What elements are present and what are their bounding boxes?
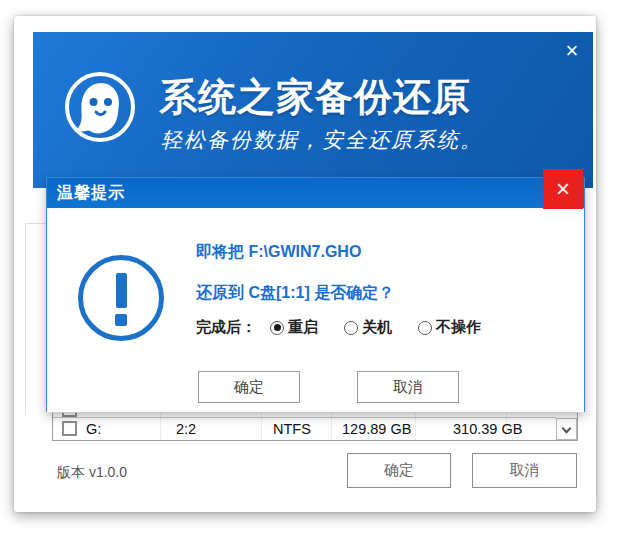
after-finish-label: 完成后： bbox=[196, 318, 256, 337]
scrollbar-down-button[interactable] bbox=[556, 418, 577, 440]
dialog-body: 即将把 F:\GWIN7.GHO 还原到 C盘[1:1] 是否确定？ 完成后： … bbox=[47, 208, 584, 412]
window-close-icon[interactable]: × bbox=[559, 38, 585, 64]
row-checkbox[interactable] bbox=[62, 421, 77, 436]
radio-option-none[interactable]: 不操作 bbox=[418, 318, 481, 337]
main-ok-button[interactable]: 确定 bbox=[347, 453, 451, 488]
confirm-dialog: 温馨提示 × 即将把 F:\GWIN7.GHO 还原到 C盘[1:1] 是否确定… bbox=[46, 177, 585, 412]
app-header: 系统之家备份还原 轻松备份数据，安全还原系统。 × bbox=[33, 32, 593, 188]
dialog-cancel-button[interactable]: 取消 bbox=[357, 371, 459, 403]
app-title: 系统之家备份还原 bbox=[159, 72, 471, 123]
dialog-title: 温馨提示 bbox=[47, 178, 584, 208]
radio-option-shutdown[interactable]: 关机 bbox=[344, 318, 392, 337]
app-window: 系统之家备份还原 轻松备份数据，安全还原系统。 × G: 2:2 NTFS 12… bbox=[14, 16, 596, 512]
main-cancel-button[interactable]: 取消 bbox=[472, 453, 577, 488]
table-row[interactable]: G: 2:2 NTFS 129.89 GB 310.39 GB bbox=[53, 418, 556, 441]
exclamation-icon bbox=[78, 255, 164, 341]
ghost-logo-icon bbox=[63, 70, 137, 144]
cell-location: 2:2 bbox=[176, 418, 196, 441]
radio-label: 重启 bbox=[288, 318, 318, 337]
version-label: 版本 v1.0.0 bbox=[57, 464, 127, 482]
radio-option-restart[interactable]: 重启 bbox=[270, 318, 318, 337]
underlying-panel-border-horizontal bbox=[25, 223, 47, 224]
dialog-message-line1: 即将把 F:\GWIN7.GHO bbox=[196, 242, 361, 263]
radio-icon[interactable] bbox=[344, 321, 358, 335]
radio-icon[interactable] bbox=[270, 321, 284, 335]
radio-label: 关机 bbox=[362, 318, 392, 337]
chevron-down-icon bbox=[562, 424, 572, 434]
dialog-close-icon[interactable]: × bbox=[543, 169, 583, 209]
app-subtitle: 轻松备份数据，安全还原系统。 bbox=[161, 126, 483, 154]
underlying-panel-border-vertical bbox=[25, 223, 26, 415]
cell-used: 129.89 GB bbox=[342, 418, 411, 441]
cell-drive: G: bbox=[86, 418, 101, 441]
radio-label: 不操作 bbox=[436, 318, 481, 337]
partition-table: G: 2:2 NTFS 129.89 GB 310.39 GB bbox=[52, 413, 578, 441]
radio-icon[interactable] bbox=[418, 321, 432, 335]
after-finish-options: 完成后： 重启 关机 不操作 bbox=[196, 318, 507, 337]
dialog-message-line2: 还原到 C盘[1:1] 是否确定？ bbox=[196, 283, 394, 304]
cell-size: 310.39 GB bbox=[453, 418, 522, 441]
cell-filesystem: NTFS bbox=[273, 418, 311, 441]
dialog-ok-button[interactable]: 确定 bbox=[198, 371, 300, 403]
